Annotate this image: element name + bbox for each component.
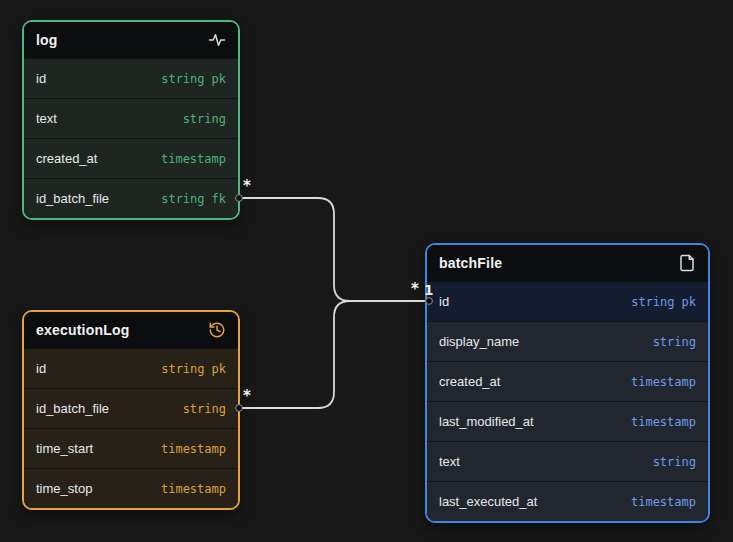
field-type: timestamp <box>161 482 226 496</box>
field-type: stringfk <box>161 192 226 206</box>
field-name: id <box>36 361 46 376</box>
field-name: id <box>439 294 449 309</box>
field-row[interactable]: display_name string <box>427 321 708 361</box>
field-type: stringpk <box>631 295 696 309</box>
cardinality-marker-many: * <box>243 389 251 404</box>
field-name: time_stop <box>36 481 92 496</box>
table-executionlog[interactable]: executionLog id stringpk id_batch_file s… <box>22 310 240 510</box>
table-log-header[interactable]: log <box>24 22 238 58</box>
table-batchfile-header[interactable]: batchFile <box>427 245 708 281</box>
field-name: id_batch_file <box>36 401 109 416</box>
field-name: text <box>439 454 460 469</box>
field-type: timestamp <box>631 415 696 429</box>
field-type: string <box>183 112 226 126</box>
field-type: string <box>653 455 696 469</box>
field-row[interactable]: last_executed_at timestamp <box>427 481 708 521</box>
activity-icon <box>208 31 226 49</box>
field-name: display_name <box>439 334 519 349</box>
field-row[interactable]: text string <box>427 441 708 481</box>
field-row[interactable]: id stringpk <box>24 348 238 388</box>
cardinality-marker-many: * <box>243 179 251 194</box>
field-type: string <box>653 335 696 349</box>
field-type: timestamp <box>161 152 226 166</box>
field-type: string <box>183 402 226 416</box>
diagram-canvas[interactable]: log id stringpk text string created_at t… <box>0 0 733 542</box>
table-log[interactable]: log id stringpk text string created_at t… <box>22 20 240 220</box>
table-title: batchFile <box>439 255 502 271</box>
table-batchfile[interactable]: batchFile id stringpk display_name strin… <box>425 243 710 523</box>
field-row[interactable]: id_batch_file string <box>24 388 238 428</box>
field-type: stringpk <box>161 72 226 86</box>
field-row[interactable]: id stringpk <box>24 58 238 98</box>
field-name: last_executed_at <box>439 494 537 509</box>
relationship-line-executionlog-batchfile[interactable] <box>240 301 424 408</box>
field-row[interactable]: time_stop timestamp <box>24 468 238 508</box>
field-name: created_at <box>36 151 97 166</box>
field-type: timestamp <box>161 442 226 456</box>
cardinality-marker-one: 1 <box>424 284 433 298</box>
field-name: last_modified_at <box>439 414 534 429</box>
field-row[interactable]: last_modified_at timestamp <box>427 401 708 441</box>
field-row[interactable]: time_start timestamp <box>24 428 238 468</box>
table-title: executionLog <box>36 322 129 338</box>
history-icon <box>208 321 226 339</box>
field-type: stringpk <box>161 362 226 376</box>
table-executionlog-header[interactable]: executionLog <box>24 312 238 348</box>
file-icon <box>678 254 696 272</box>
table-title: log <box>36 32 58 48</box>
field-name: id_batch_file <box>36 191 109 206</box>
field-row[interactable]: id_batch_file stringfk <box>24 178 238 218</box>
field-row[interactable]: created_at timestamp <box>427 361 708 401</box>
field-name: created_at <box>439 374 500 389</box>
field-name: id <box>36 71 46 86</box>
field-type: timestamp <box>631 375 696 389</box>
field-type: timestamp <box>631 495 696 509</box>
field-name: text <box>36 111 57 126</box>
field-row-highlighted[interactable]: id stringpk <box>427 281 708 321</box>
field-row[interactable]: text string <box>24 98 238 138</box>
relationship-line-log-batchfile[interactable] <box>240 198 424 301</box>
cardinality-marker-many: * <box>411 282 419 297</box>
field-name: time_start <box>36 441 93 456</box>
field-row[interactable]: created_at timestamp <box>24 138 238 178</box>
